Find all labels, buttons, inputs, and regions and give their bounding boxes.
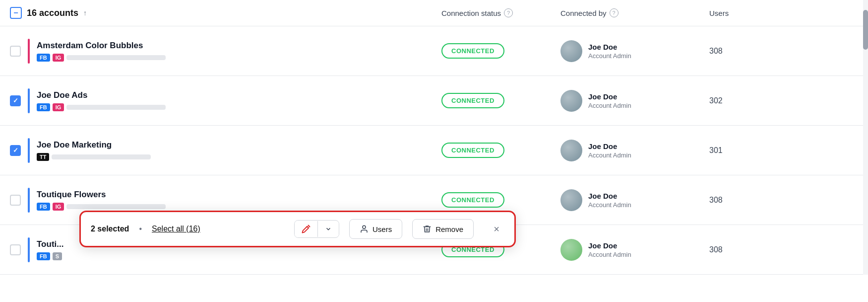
select-all-link[interactable]: Select all (16) (152, 225, 200, 233)
account-name: Touti... (37, 239, 63, 249)
user-info: Joe Doe Account Admin (588, 241, 631, 258)
users-count: 301 (709, 146, 723, 154)
users-count: 302 (709, 96, 723, 105)
user-info: Joe Doe Account Admin (588, 142, 631, 159)
tag-ig: IG (53, 54, 64, 62)
row-checkbox[interactable] (10, 46, 21, 57)
tag-ig: IG (53, 203, 64, 211)
accounts-count-label: 16 accounts (27, 8, 78, 18)
row-checkbox[interactable] (10, 95, 21, 106)
connected-by-header: Connected by ? (560, 8, 709, 17)
status-cell: CONNECTED (441, 43, 560, 59)
scrollbar-thumb[interactable] (863, 10, 868, 50)
user-info: Joe Doe Account Admin (588, 43, 631, 60)
account-id-truncated (66, 105, 166, 110)
status-cell: CONNECTED (441, 143, 560, 158)
pen-button-group (294, 220, 339, 238)
avatar (560, 90, 582, 112)
account-tags: FB S (37, 252, 63, 260)
user-name: Joe Doe (588, 142, 631, 151)
account-info: Touti... FB S (37, 239, 63, 260)
account-info: Joe Doe Marketing TT (37, 140, 151, 161)
row-checkbox[interactable] (10, 195, 21, 206)
account-bar (28, 188, 30, 213)
sort-icon[interactable]: ↑ (83, 9, 87, 17)
user-role: Account Admin (588, 102, 631, 109)
avatar (560, 239, 582, 261)
user-name: Joe Doe (588, 43, 631, 51)
user-role: Account Admin (588, 201, 631, 209)
selected-count-text: 2 selected (91, 225, 129, 233)
scrollbar[interactable] (863, 0, 868, 275)
table-row: Amsterdam Color Bubbles FB IG CONNECTED … (0, 26, 868, 76)
status-badge: CONNECTED (441, 43, 504, 59)
users-button-label: Users (372, 225, 392, 233)
tag-ig: IG (53, 103, 64, 111)
row-checkbox[interactable] (10, 145, 21, 156)
table-header: − 16 accounts ↑ Connection status ? Conn… (0, 0, 868, 26)
row-checkbox[interactable] (10, 244, 21, 255)
table-row: Joe Doe Ads FB IG CONNECTED Joe Doe Acco… (0, 76, 868, 126)
avatar (560, 140, 582, 161)
account-name: Toutique Flowers (37, 190, 166, 200)
users-count-cell: 302 (709, 96, 769, 105)
user-name: Joe Doe (588, 241, 631, 250)
user-role: Account Admin (588, 52, 631, 60)
user-name: Joe Doe (588, 92, 631, 101)
user-role: Account Admin (588, 151, 631, 159)
tag-fb: FB (37, 203, 50, 211)
close-action-bar-button[interactable]: × (489, 221, 504, 237)
connection-status-help-icon[interactable]: ? (504, 8, 513, 17)
account-id-truncated (66, 204, 166, 209)
account-bar (28, 237, 30, 262)
account-cell: Amsterdam Color Bubbles FB IG (10, 39, 441, 64)
tag-fb: FB (37, 103, 50, 111)
connected-by-help-icon[interactable]: ? (610, 8, 619, 17)
account-bar (28, 138, 30, 163)
account-cell: Joe Doe Marketing TT (10, 138, 441, 163)
status-cell: CONNECTED (441, 192, 560, 208)
account-tags: FB IG (37, 54, 166, 62)
accounts-header-cell: − 16 accounts ↑ (10, 7, 441, 19)
user-cell: Joe Doe Account Admin (560, 90, 709, 112)
tag-s: S (53, 252, 62, 260)
table-row: Joe Doe Marketing TT CONNECTED Joe Doe A… (0, 126, 868, 175)
account-tags: TT (37, 153, 151, 161)
account-bar (28, 39, 30, 64)
connection-status-header: Connection status ? (441, 8, 560, 17)
accounts-table: − 16 accounts ↑ Connection status ? Conn… (0, 0, 868, 275)
account-info: Joe Doe Ads FB IG (37, 90, 166, 111)
users-count-cell: 301 (709, 146, 769, 155)
remove-button[interactable]: Remove (412, 219, 474, 239)
account-tags: FB IG (37, 103, 166, 111)
users-button[interactable]: Users (349, 219, 402, 239)
avatar (560, 189, 582, 211)
account-id-truncated (66, 55, 166, 60)
status-badge: CONNECTED (441, 93, 504, 108)
account-tags: FB IG (37, 203, 166, 211)
account-bar (28, 88, 30, 113)
account-name: Amsterdam Color Bubbles (37, 41, 166, 51)
user-role: Account Admin (588, 251, 631, 258)
users-count: 308 (709, 47, 723, 55)
account-name: Joe Doe Ads (37, 90, 166, 100)
users-count: 308 (709, 196, 723, 204)
collapse-button[interactable]: − (10, 7, 22, 19)
account-id-truncated (52, 154, 151, 159)
status-cell: CONNECTED (441, 93, 560, 108)
tag-fb: FB (37, 54, 50, 62)
tag-fb: FB (37, 252, 50, 260)
dot-separator: • (139, 225, 142, 233)
pen-button[interactable] (295, 221, 317, 237)
user-cell: Joe Doe Account Admin (560, 140, 709, 161)
pen-dropdown-button[interactable] (318, 222, 339, 236)
user-info: Joe Doe Account Admin (588, 192, 631, 209)
users-count-cell: 308 (709, 47, 769, 56)
account-cell: Joe Doe Ads FB IG (10, 88, 441, 113)
action-bar: 2 selected • Select all (16) (79, 211, 516, 247)
status-badge: CONNECTED (441, 192, 504, 208)
users-count: 308 (709, 245, 723, 254)
svg-point-1 (363, 226, 366, 228)
user-cell: Joe Doe Account Admin (560, 189, 709, 211)
user-name: Joe Doe (588, 192, 631, 200)
